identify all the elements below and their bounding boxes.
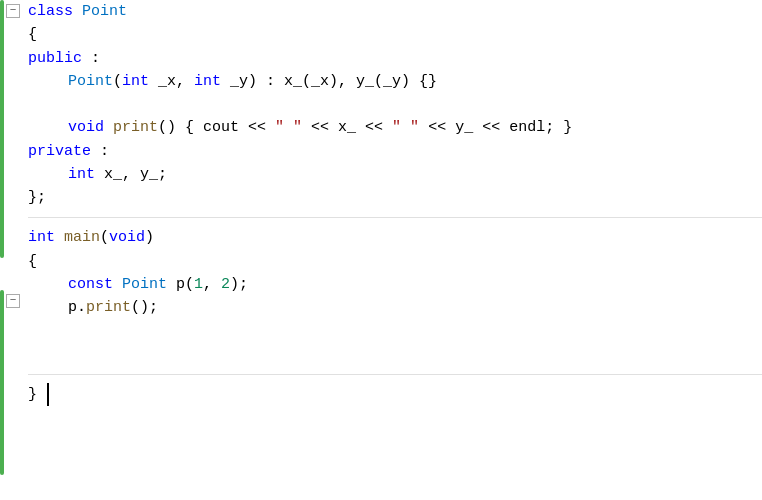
line-main-header: int main(void) <box>28 226 762 249</box>
p-var: p. <box>68 296 86 319</box>
print-call-parens: (); <box>131 296 158 319</box>
close-brace-semi: }; <box>28 186 46 209</box>
space-const <box>113 273 122 296</box>
keyword-public: public <box>28 47 82 70</box>
line-blank-3 <box>28 343 762 366</box>
type-point: Point <box>122 273 167 296</box>
method-print: print <box>113 116 158 139</box>
comma-space: , <box>203 273 221 296</box>
number-2: 2 <box>221 273 230 296</box>
space-1 <box>104 116 113 139</box>
line-open-brace-main: { <box>28 250 762 273</box>
line-members: int x_, y_; <box>28 163 762 186</box>
keyword-int-members: int <box>68 163 95 186</box>
keyword-const: const <box>68 273 113 296</box>
private-colon: : <box>91 140 109 163</box>
keyword-int-main: int <box>28 226 55 249</box>
space-main <box>55 226 64 249</box>
point-instance: p( <box>167 273 194 296</box>
method-print-call: print <box>86 296 131 319</box>
line-open-brace-class: { <box>28 23 762 46</box>
line-blank-1 <box>28 93 762 116</box>
classname-point: Point <box>82 0 127 23</box>
line-close-brace-main: } <box>28 383 762 406</box>
keyword-class: class <box>28 0 82 23</box>
keyword-int-2: int <box>194 70 221 93</box>
line-const-point: const Point p(1, 2); <box>28 273 762 296</box>
number-1: 1 <box>194 273 203 296</box>
public-colon: : <box>82 47 100 70</box>
keyword-int-1: int <box>122 70 149 93</box>
cout-x: << x_ << <box>302 116 392 139</box>
string-space-2: " " <box>392 116 419 139</box>
line-public: public : <box>28 47 762 70</box>
separator <box>28 217 762 218</box>
constructor-paren-open: ( <box>113 70 122 93</box>
line-p-print: p.print(); <box>28 296 762 319</box>
keyword-private: private <box>28 140 91 163</box>
keyword-void-main: void <box>109 226 145 249</box>
line-print-method: void print() { cout << " " << x_ << " " … <box>28 116 762 139</box>
keyword-void: void <box>68 116 104 139</box>
cursor <box>38 383 49 406</box>
brace-open: { <box>28 23 37 46</box>
code-editor: − − class Point { public : Point(int _x,… <box>0 0 762 500</box>
code-content: class Point { public : Point(int _x, int… <box>0 0 762 406</box>
line-class-header: class Point <box>28 0 762 23</box>
main-paren-close: ) <box>145 226 154 249</box>
semi-1: ); <box>230 273 248 296</box>
line-close-brace-class: }; <box>28 186 762 209</box>
member-vars: x_, y_; <box>95 163 167 186</box>
param-y: _y) : x_(_x), y_(_y) {} <box>221 70 437 93</box>
cout-y: << y_ << endl; } <box>419 116 572 139</box>
main-func-name: main <box>64 226 100 249</box>
line-blank-2 <box>28 319 762 342</box>
line-constructor: Point(int _x, int _y) : x_(_x), y_(_y) {… <box>28 70 762 93</box>
line-private: private : <box>28 140 762 163</box>
main-brace-close: } <box>28 383 37 406</box>
print-body: () { cout << <box>158 116 275 139</box>
param-x: _x, <box>149 70 194 93</box>
string-space-1: " " <box>275 116 302 139</box>
main-brace-open: { <box>28 250 37 273</box>
main-params: ( <box>100 226 109 249</box>
separator-bottom <box>28 374 762 375</box>
constructor-name: Point <box>68 70 113 93</box>
